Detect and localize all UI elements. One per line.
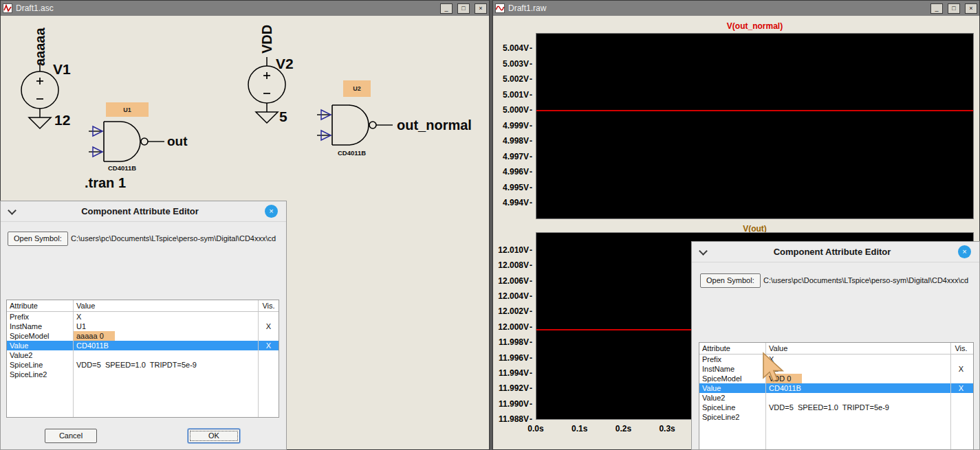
dialog-titlebar[interactable]: Component Attribute Editor × bbox=[1, 201, 286, 222]
table-row-spicemodel[interactable]: SpiceModel aaaaa 0 bbox=[7, 331, 279, 341]
y-tick: 5.003V bbox=[503, 60, 532, 68]
u2-model-label[interactable]: CD4011B bbox=[338, 149, 366, 157]
table-row-spiceline2[interactable]: SpiceLine2 bbox=[699, 412, 973, 422]
dialog-titlebar[interactable]: Component Attribute Editor × bbox=[692, 242, 979, 262]
attr-value: X bbox=[74, 312, 259, 322]
attr-vis bbox=[951, 355, 971, 364]
y-axis-pane2: 12.010V 12.008V 12.006V 12.004V 12.002V … bbox=[494, 232, 534, 425]
trace-label-out-normal[interactable]: V(out_normal) bbox=[536, 21, 974, 31]
y-tick: 11.994V bbox=[499, 369, 532, 377]
attr-name: Value bbox=[699, 383, 766, 393]
y-tick: 12.008V bbox=[498, 261, 532, 269]
u2-designator-box[interactable]: U2 bbox=[343, 80, 371, 97]
attr-vis bbox=[951, 393, 971, 403]
attr-vis bbox=[951, 403, 971, 412]
v1-value-label[interactable]: 12 bbox=[54, 112, 70, 128]
schematic-minimize-button[interactable]: _ bbox=[440, 3, 453, 14]
attr-name: Prefix bbox=[699, 355, 766, 364]
y-tick: 11.990V bbox=[499, 400, 532, 408]
table-row-value-selected[interactable]: Value CD4011B X bbox=[699, 383, 973, 393]
open-symbol-button[interactable]: Open Symbol: bbox=[8, 232, 68, 246]
attribute-editor-dialog-u1: Component Attribute Editor × Open Symbol… bbox=[0, 201, 287, 450]
table-row-empty bbox=[699, 441, 973, 450]
v1-net-label[interactable]: aaaaa bbox=[32, 27, 48, 66]
y-tick: 12.002V bbox=[498, 307, 532, 315]
table-row-prefix[interactable]: Prefix X bbox=[699, 355, 973, 364]
column-header-value: Value bbox=[766, 343, 951, 354]
y-tick: 5.002V bbox=[503, 75, 532, 83]
screen: Draft1.asc _ □ × aaaaa V1 12 bbox=[0, 0, 980, 450]
waveform-titlebar[interactable]: Draft1.raw _ □ × bbox=[493, 1, 979, 16]
y-tick: 5.000V bbox=[503, 106, 532, 114]
dialog-close-button[interactable]: × bbox=[958, 245, 971, 258]
attr-vis bbox=[951, 412, 971, 422]
table-row-spiceline[interactable]: SpiceLine VDD=5 SPEED=1.0 TRIPDT=5e-9 bbox=[699, 403, 973, 412]
y-tick: 4.995V bbox=[503, 183, 532, 192]
table-row-empty bbox=[7, 408, 279, 418]
ground-icon bbox=[29, 117, 51, 128]
attribute-table: Attribute Value Vis. Prefix X InstName U… bbox=[699, 342, 974, 450]
table-header: Attribute Value Vis. bbox=[7, 300, 279, 312]
x-tick: 0.3s bbox=[659, 424, 675, 434]
table-row-empty bbox=[699, 431, 973, 441]
y-tick: 5.001V bbox=[503, 91, 532, 99]
schematic-close-button[interactable]: × bbox=[475, 3, 487, 14]
spice-directive[interactable]: .tran 1 bbox=[85, 175, 126, 191]
attr-value-highlighted: VDD 0 bbox=[766, 374, 802, 383]
y-tick: 4.997V bbox=[503, 153, 532, 161]
attr-vis: X bbox=[951, 383, 971, 393]
waveform-close-button[interactable]: × bbox=[965, 3, 977, 14]
attr-value: CD4011B bbox=[766, 383, 951, 393]
y-tick: 12.010V bbox=[498, 246, 532, 254]
attr-value-highlighted: aaaaa 0 bbox=[74, 331, 115, 341]
open-symbol-button[interactable]: Open Symbol: bbox=[700, 273, 761, 288]
attr-value: U2 bbox=[766, 364, 951, 374]
y-tick: 12.004V bbox=[498, 292, 532, 300]
u1-designator-box[interactable]: U1 bbox=[106, 102, 149, 117]
attr-name: SpiceModel bbox=[7, 331, 74, 341]
attr-name: InstName bbox=[7, 322, 74, 331]
attr-vis: X bbox=[259, 322, 279, 331]
inversion-bubble-icon bbox=[369, 122, 376, 128]
attr-vis bbox=[951, 374, 971, 383]
attr-vis bbox=[259, 350, 279, 360]
u1-model-label[interactable]: CD4011B bbox=[108, 164, 136, 172]
schematic-titlebar[interactable]: Draft1.asc _ □ × bbox=[1, 1, 489, 16]
waveform-minimize-button[interactable]: _ bbox=[930, 3, 943, 14]
cancel-button[interactable]: Cancel bbox=[45, 429, 97, 443]
column-header-value: Value bbox=[74, 300, 259, 311]
x-tick: 0.0s bbox=[527, 424, 543, 434]
table-row-value2[interactable]: Value2 bbox=[7, 350, 279, 360]
table-row-value-selected[interactable]: Value CD4011B X bbox=[7, 341, 279, 350]
dialog-close-button[interactable]: × bbox=[265, 205, 278, 218]
table-row-instname[interactable]: InstName U2 X bbox=[699, 364, 973, 374]
nand-gate-u1[interactable] bbox=[89, 116, 166, 168]
nand-gate-u2[interactable] bbox=[317, 100, 394, 151]
attr-value bbox=[74, 350, 259, 360]
out-normal-net-label[interactable]: out_normal bbox=[397, 117, 472, 133]
attr-vis bbox=[259, 312, 279, 322]
y-tick: 4.999V bbox=[503, 122, 532, 130]
table-row-spicemodel[interactable]: SpiceModel VDD 0 bbox=[699, 374, 973, 383]
y-tick: 5.004V bbox=[503, 44, 532, 52]
attr-name: InstName bbox=[699, 364, 766, 374]
x-tick: 0.2s bbox=[616, 424, 631, 434]
table-row-spiceline2[interactable]: SpiceLine2 bbox=[7, 370, 279, 379]
attr-name: Value bbox=[7, 341, 74, 350]
table-row-value2[interactable]: Value2 bbox=[699, 393, 973, 403]
attr-name: Value2 bbox=[7, 350, 74, 360]
attr-value: VDD=5 SPEED=1.0 TRIPDT=5e-9 bbox=[74, 360, 259, 370]
ok-button[interactable]: OK bbox=[188, 429, 240, 443]
waveform-maximize-button[interactable]: □ bbox=[948, 3, 960, 14]
waveform-plot-pane1[interactable] bbox=[536, 33, 974, 219]
schematic-maximize-button[interactable]: □ bbox=[457, 3, 470, 14]
table-row-instname[interactable]: InstName U1 X bbox=[7, 322, 279, 331]
v2-value-label[interactable]: 5 bbox=[279, 109, 287, 125]
attr-value bbox=[766, 393, 951, 403]
out-net-label[interactable]: out bbox=[167, 134, 188, 149]
v2-net-label[interactable]: VDD bbox=[259, 25, 275, 54]
attr-value bbox=[766, 412, 951, 422]
table-row-spiceline[interactable]: SpiceLine VDD=5 SPEED=1.0 TRIPDT=5e-9 bbox=[7, 360, 279, 370]
attr-value: CD4011B bbox=[74, 341, 259, 350]
table-row-prefix[interactable]: Prefix X bbox=[7, 312, 279, 322]
